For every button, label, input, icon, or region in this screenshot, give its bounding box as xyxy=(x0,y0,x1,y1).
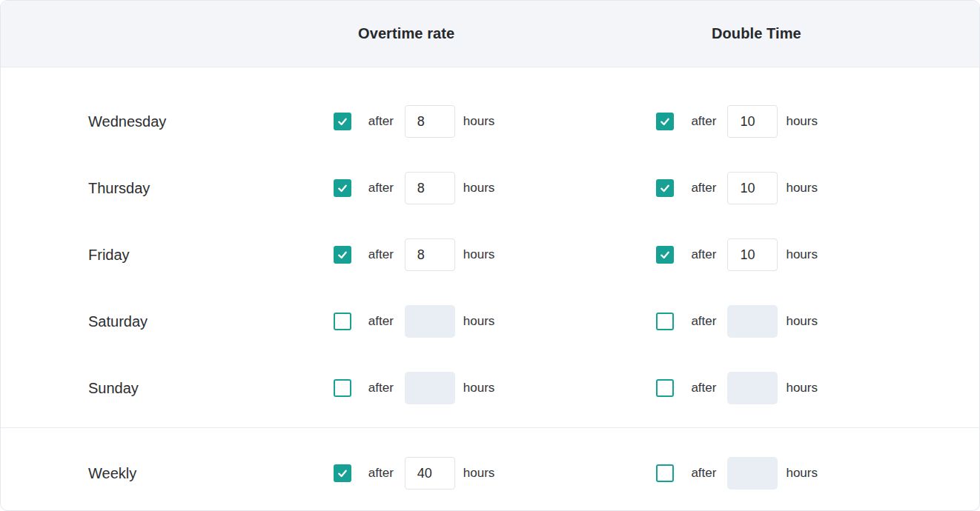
after-label: after xyxy=(691,247,716,262)
hours-label: hours xyxy=(786,114,818,129)
hours-label: hours xyxy=(463,314,495,329)
table-row: Wednesday after hours after hours xyxy=(1,88,979,155)
hours-label: hours xyxy=(463,247,495,262)
hours-label: hours xyxy=(463,181,495,196)
double-time-checkbox[interactable] xyxy=(656,113,674,130)
overtime-checkbox[interactable] xyxy=(334,246,351,264)
table-row: Thursday after hours after hours xyxy=(1,155,979,221)
double-time-cell: after hours xyxy=(656,172,979,204)
day-label: Saturday xyxy=(88,313,334,330)
double-time-cell: after hours xyxy=(656,457,979,490)
double-time-checkbox[interactable] xyxy=(656,179,674,197)
overtime-hours-input[interactable] xyxy=(405,172,455,204)
double-time-cell: after hours xyxy=(656,305,979,338)
double-time-cell: after hours xyxy=(656,372,979,404)
hours-label: hours xyxy=(786,247,818,262)
double-time-hours-input[interactable] xyxy=(727,238,778,271)
day-rows: Wednesday after hours after hours Thursd… xyxy=(1,67,979,421)
overtime-hours-input[interactable] xyxy=(405,305,455,338)
overtime-hours-input[interactable] xyxy=(405,105,455,138)
overtime-hours-input[interactable] xyxy=(405,238,455,271)
table-row: Sunday after hours after hours xyxy=(1,355,979,421)
after-label: after xyxy=(691,181,716,196)
checkmark-icon xyxy=(337,249,348,261)
overtime-cell: after hours xyxy=(334,457,657,490)
column-header-double-time: Double Time xyxy=(712,1,801,67)
after-label: after xyxy=(691,114,716,129)
after-label: after xyxy=(368,114,394,129)
overtime-cell: after hours xyxy=(334,372,657,404)
overtime-checkbox[interactable] xyxy=(334,113,351,130)
double-time-checkbox[interactable] xyxy=(656,313,674,330)
double-time-hours-input[interactable] xyxy=(727,105,778,138)
after-label: after xyxy=(691,314,716,329)
overtime-cell: after hours xyxy=(334,105,657,138)
overtime-checkbox[interactable] xyxy=(334,379,351,397)
overtime-hours-input[interactable] xyxy=(405,372,455,404)
overtime-cell: after hours xyxy=(334,238,657,271)
hours-label: hours xyxy=(463,381,495,395)
hours-label: hours xyxy=(786,314,818,329)
hours-label: hours xyxy=(786,466,818,481)
table-header: Overtime rate Double Time xyxy=(1,1,979,67)
double-time-hours-input[interactable] xyxy=(727,305,778,338)
double-time-checkbox[interactable] xyxy=(656,379,674,397)
checkmark-icon xyxy=(659,116,671,127)
after-label: after xyxy=(368,181,394,196)
day-label: Weekly xyxy=(88,465,334,482)
overtime-hours-input[interactable] xyxy=(405,457,455,490)
overtime-settings-card: Overtime rate Double Time Wednesday afte… xyxy=(0,0,980,511)
after-label: after xyxy=(368,314,394,329)
day-label: Friday xyxy=(88,247,334,264)
after-label: after xyxy=(691,381,716,395)
hours-label: hours xyxy=(463,114,495,129)
checkmark-icon xyxy=(337,116,348,127)
after-label: after xyxy=(368,466,394,481)
table-row: Saturday after hours after hours xyxy=(1,288,979,355)
checkmark-icon xyxy=(659,182,671,194)
checkmark-icon xyxy=(337,467,348,479)
double-time-hours-input[interactable] xyxy=(727,372,778,404)
overtime-cell: after hours xyxy=(334,172,657,204)
double-time-hours-input[interactable] xyxy=(727,172,778,204)
after-label: after xyxy=(368,381,394,395)
checkmark-icon xyxy=(337,182,348,194)
overtime-checkbox[interactable] xyxy=(334,464,351,482)
day-label: Sunday xyxy=(88,380,334,397)
column-header-overtime-rate: Overtime rate xyxy=(358,1,454,67)
hours-label: hours xyxy=(786,181,818,196)
day-label: Thursday xyxy=(88,180,334,197)
after-label: after xyxy=(691,466,716,481)
overtime-checkbox[interactable] xyxy=(334,313,351,330)
double-time-checkbox[interactable] xyxy=(656,246,674,264)
double-time-hours-input[interactable] xyxy=(727,457,778,490)
weekly-section: Weekly after hours after hours xyxy=(1,428,979,511)
double-time-cell: after hours xyxy=(656,238,979,271)
table-row: Weekly after hours after hours xyxy=(1,428,979,511)
overtime-checkbox[interactable] xyxy=(334,179,351,197)
day-label: Wednesday xyxy=(88,113,334,130)
hours-label: hours xyxy=(786,381,818,395)
after-label: after xyxy=(368,247,394,262)
overtime-cell: after hours xyxy=(334,305,657,338)
table-row: Friday after hours after hours xyxy=(1,221,979,288)
double-time-cell: after hours xyxy=(656,105,979,138)
hours-label: hours xyxy=(463,466,495,481)
checkmark-icon xyxy=(659,249,671,261)
double-time-checkbox[interactable] xyxy=(656,464,674,482)
